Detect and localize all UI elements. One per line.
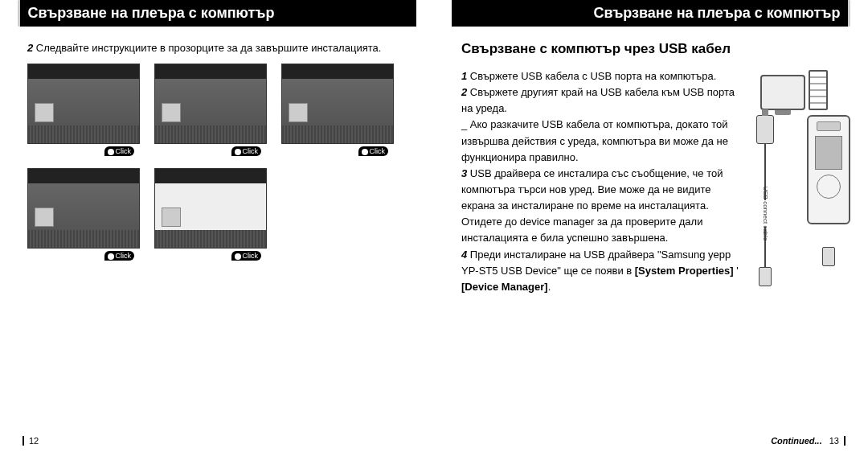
usb-plug-bottom-icon [759,267,772,286]
device-port-icon [822,247,835,266]
monitor-icon [760,75,805,110]
cable-label: USB connect cable [762,186,769,240]
paragraph-2-note: _ Ако разкачите USB кабела от компютъра,… [461,117,739,165]
click-badge: Click [231,251,262,261]
install-screenshot: Click [154,168,267,249]
paragraph-3: 3 USB драйвера се инсталира със съобщени… [461,166,739,247]
paragraph-4: 4 Преди инсталиране на USB драйвера "Sam… [461,247,739,295]
continued-label: Continued... [771,436,822,446]
cable-and-device-row: USB connect cable [738,115,850,286]
cable-column: USB connect cable [738,115,792,286]
step-text: Следвайте инструкциите в прозорците за д… [36,42,381,54]
install-screenshot: Click [27,168,140,249]
instruction-text: 2 Следвайте инструкциите в прозорците за… [27,41,407,55]
page-number-right: Continued... 13 [771,436,845,446]
paragraph-2: 2 Свържете другият край на USB кабела къ… [461,84,739,117]
install-screenshot: Click [27,64,140,144]
click-badge: Click [104,251,135,261]
screenshot-grid: Click Click Click Click Click [27,64,407,249]
click-badge: Click [104,146,135,156]
player-device-icon [807,115,850,224]
spread: Свързване на плеъра с компютър 2 Следвай… [0,0,868,452]
page-right: Свързване на плеъра с компютър Свързване… [434,0,868,452]
step-number: 2 [27,42,33,54]
right-text: 1 Свържете USB кабела с USB порта на ком… [461,68,739,295]
install-screenshot: Click [281,64,394,144]
right-body: 1 Свържете USB кабела с USB порта на ком… [461,68,841,295]
usb-plug-top-icon [756,115,774,144]
tower-icon [809,70,828,110]
device-column [807,115,850,266]
section-title: Свързване с компютър чрез USB кабел [461,41,841,57]
click-badge: Click [231,146,262,156]
click-badge: Click [358,146,389,156]
connection-diagram: USB connect cable [747,68,841,295]
header-left: Свързване на плеъра с компютър [18,0,417,27]
page-left: Свързване на плеъра с компютър 2 Следвай… [0,0,434,452]
computer-icon [760,70,828,110]
install-screenshot: Click [154,64,267,144]
header-right: Свързване на плеъра с компютър [452,0,851,27]
page-number: 13 [829,436,839,446]
content-right: Свързване с компютър чрез USB кабел 1 Св… [434,27,868,295]
paragraph-1: 1 Свържете USB кабела с USB порта на ком… [461,68,739,84]
page-number-left: 12 [23,436,39,446]
content-left: 2 Следвайте инструкциите в прозорците за… [0,27,434,249]
